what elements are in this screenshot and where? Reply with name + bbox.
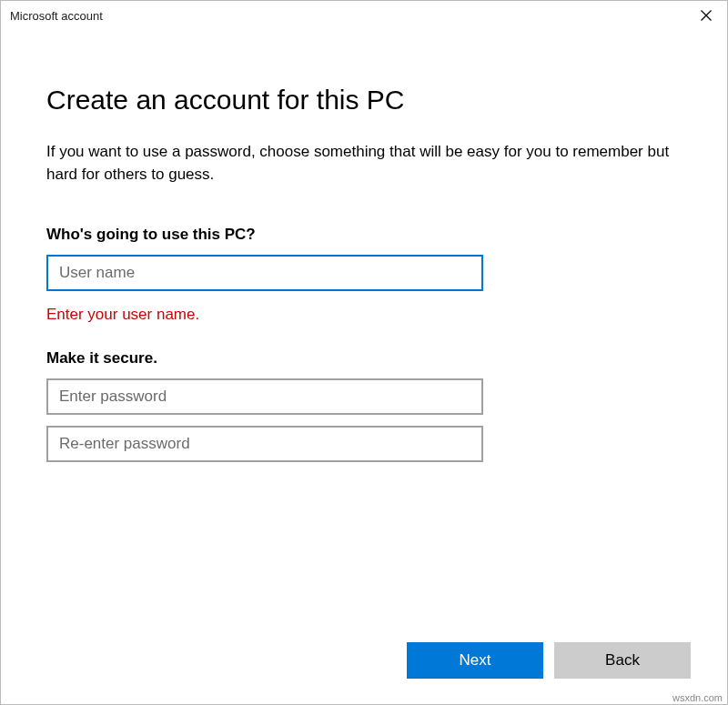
titlebar: Microsoft account <box>1 1 727 30</box>
next-button[interactable]: Next <box>407 642 543 679</box>
close-icon <box>701 10 712 21</box>
page-description: If you want to use a password, choose so… <box>46 141 682 186</box>
username-input[interactable] <box>46 255 483 291</box>
footer-buttons: Next Back <box>1 642 727 704</box>
close-button[interactable] <box>685 1 727 30</box>
content-area: Create an account for this PC If you wan… <box>1 30 727 642</box>
back-button[interactable]: Back <box>554 642 691 679</box>
username-error-text: Enter your user name. <box>46 306 682 324</box>
username-section-label: Who's going to use this PC? <box>46 226 682 244</box>
window-title: Microsoft account <box>10 9 103 23</box>
password-section-label: Make it secure. <box>46 349 682 368</box>
page-heading: Create an account for this PC <box>46 85 682 116</box>
password-confirm-input[interactable] <box>46 426 483 462</box>
watermark-text: wsxdn.com <box>672 692 723 703</box>
dialog-window: Microsoft account Create an account for … <box>0 0 728 705</box>
password-input[interactable] <box>46 378 483 415</box>
